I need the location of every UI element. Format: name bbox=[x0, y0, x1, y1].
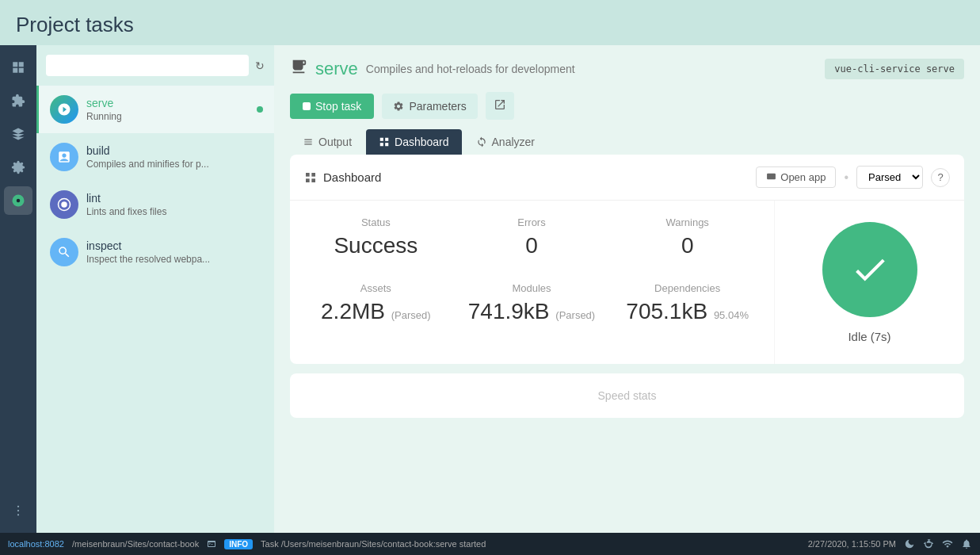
status-datetime: 2/27/2020, 1:15:50 PM bbox=[808, 539, 896, 549]
stats-row-bottom: Assets 2.2MB (Parsed) Modules 741.9kB bbox=[306, 282, 757, 324]
stop-task-label: Stop task bbox=[315, 100, 361, 113]
status-url[interactable]: localhost:8082 bbox=[8, 539, 64, 549]
tab-output[interactable]: Output bbox=[290, 129, 364, 155]
task-item-build[interactable]: build Compiles and minifies for p... bbox=[36, 133, 274, 181]
modules-sub: (Parsed) bbox=[555, 309, 595, 321]
lint-task-info: lint Lints and fixes files bbox=[86, 192, 263, 217]
status-message: Task /Users/meisenbraun/Sites/contact-bo… bbox=[261, 539, 486, 549]
bell-icon[interactable] bbox=[961, 538, 972, 549]
search-input[interactable] bbox=[46, 55, 249, 76]
lint-task-desc: Lints and fixes files bbox=[86, 206, 245, 217]
open-app-label: Open app bbox=[780, 171, 826, 183]
speed-stats-title: Speed stats bbox=[306, 389, 948, 402]
status-path: /meisenbraun/Sites/contact-book bbox=[72, 539, 199, 549]
serve-icon bbox=[290, 58, 307, 79]
status-bar-right: 2/27/2020, 1:15:50 PM bbox=[808, 538, 972, 549]
errors-value: 0 bbox=[462, 233, 602, 258]
serve-task-icon bbox=[50, 95, 78, 124]
status-bar-left: localhost:8082 /meisenbraun/Sites/contac… bbox=[8, 539, 486, 549]
inspect-task-name: inspect bbox=[86, 239, 263, 252]
task-item-inspect[interactable]: inspect Inspect the resolved webpa... bbox=[36, 228, 274, 276]
tab-output-label: Output bbox=[318, 136, 352, 148]
sidebar-item-tasks[interactable] bbox=[4, 186, 32, 215]
svg-point-11 bbox=[61, 201, 67, 208]
dashboard-card-title: Dashboard bbox=[304, 170, 381, 184]
refresh-button[interactable]: ↻ bbox=[255, 59, 265, 72]
svg-rect-20 bbox=[767, 174, 776, 180]
svg-rect-19 bbox=[311, 178, 315, 182]
inspect-task-desc: Inspect the resolved webpa... bbox=[86, 254, 245, 265]
serve-task-info: serve Running bbox=[86, 97, 249, 122]
build-task-info: build Compiles and minifies for p... bbox=[86, 144, 263, 170]
serve-task-status: Running bbox=[86, 111, 245, 122]
task-search-bar: ↻ bbox=[36, 45, 274, 86]
sidebar-item-layers[interactable] bbox=[4, 120, 32, 148]
svg-rect-12 bbox=[380, 138, 383, 141]
svg-rect-1 bbox=[19, 62, 24, 67]
dashboard-panel: Dashboard Open app • Parsed ? bbox=[274, 155, 980, 533]
warnings-value: 0 bbox=[617, 233, 757, 258]
command-badge: vue-cli-service serve bbox=[825, 59, 964, 79]
svg-rect-17 bbox=[311, 173, 315, 177]
stat-status: Status Success bbox=[306, 216, 446, 258]
svg-point-9 bbox=[17, 514, 19, 515]
task-title: serve bbox=[315, 59, 358, 79]
task-panel: ↻ serve Running build Compiles and minif… bbox=[36, 45, 274, 533]
build-task-desc: Compiles and minifies for p... bbox=[86, 159, 245, 170]
moon-icon[interactable] bbox=[904, 538, 915, 549]
content-title: serve Compiles and hot-reloads for devel… bbox=[290, 58, 575, 79]
warnings-label: Warnings bbox=[617, 216, 757, 228]
task-description: Compiles and hot-reloads for development bbox=[366, 63, 575, 75]
errors-label: Errors bbox=[462, 216, 602, 228]
stats-left: Status Success Errors 0 Warnings 0 bbox=[290, 201, 773, 364]
dashboard-card: Dashboard Open app • Parsed ? bbox=[290, 155, 964, 364]
svg-rect-13 bbox=[385, 138, 388, 141]
stats-right: Idle (7s) bbox=[774, 201, 964, 364]
svg-rect-2 bbox=[13, 68, 17, 73]
stat-warnings: Warnings 0 bbox=[617, 216, 757, 258]
icon-sidebar bbox=[0, 45, 36, 533]
parameters-button[interactable]: Parameters bbox=[382, 94, 477, 119]
stop-icon bbox=[303, 102, 311, 110]
svg-rect-15 bbox=[385, 143, 388, 146]
help-button[interactable]: ? bbox=[931, 168, 950, 187]
bug-icon[interactable] bbox=[923, 538, 934, 549]
assets-value: 2.2MB (Parsed) bbox=[306, 299, 446, 324]
open-app-button[interactable]: Open app bbox=[756, 166, 836, 188]
tab-dashboard[interactable]: Dashboard bbox=[366, 129, 462, 155]
stop-task-button[interactable]: Stop task bbox=[290, 94, 374, 119]
svg-rect-0 bbox=[13, 62, 17, 67]
svg-point-7 bbox=[17, 506, 19, 507]
sidebar-item-puzzle[interactable] bbox=[4, 86, 32, 115]
svg-rect-14 bbox=[380, 143, 383, 146]
task-item-lint[interactable]: lint Lints and fixes files bbox=[36, 181, 274, 228]
inspect-task-icon bbox=[50, 238, 78, 266]
tab-analyzer-label: Analyzer bbox=[492, 136, 535, 148]
dependencies-sub: 95.04% bbox=[714, 309, 749, 321]
stat-errors: Errors 0 bbox=[462, 216, 602, 258]
tab-dashboard-label: Dashboard bbox=[395, 136, 449, 148]
dashboard-card-actions: Open app • Parsed ? bbox=[756, 166, 950, 189]
sidebar-item-more[interactable] bbox=[4, 496, 32, 525]
terminal-icon bbox=[207, 539, 216, 549]
assets-sub: (Parsed) bbox=[391, 309, 431, 321]
idle-status: Idle (7s) bbox=[848, 330, 890, 343]
assets-main: 2.2MB bbox=[321, 299, 385, 323]
help-icon: ? bbox=[937, 171, 943, 183]
svg-rect-16 bbox=[306, 173, 310, 177]
modules-main: 741.9kB bbox=[468, 299, 550, 323]
page-title: Project tasks bbox=[16, 13, 134, 37]
sidebar-item-grid[interactable] bbox=[4, 53, 32, 82]
tab-analyzer[interactable]: Analyzer bbox=[463, 129, 547, 155]
network-icon[interactable] bbox=[942, 538, 953, 549]
stats-grid: Status Success Errors 0 Warnings 0 bbox=[290, 201, 964, 364]
top-bar: Project tasks bbox=[0, 0, 980, 45]
dependencies-value: 705.1kB 95.04% bbox=[617, 299, 757, 324]
stat-dependencies: Dependencies 705.1kB 95.04% bbox=[617, 282, 757, 324]
sidebar-item-config[interactable] bbox=[4, 153, 32, 182]
parsed-select[interactable]: Parsed bbox=[856, 166, 923, 189]
task-item-serve[interactable]: serve Running bbox=[36, 86, 274, 133]
modules-value: 741.9kB (Parsed) bbox=[462, 299, 602, 324]
open-window-button[interactable] bbox=[486, 92, 514, 120]
dashboard-title: Dashboard bbox=[323, 170, 381, 184]
